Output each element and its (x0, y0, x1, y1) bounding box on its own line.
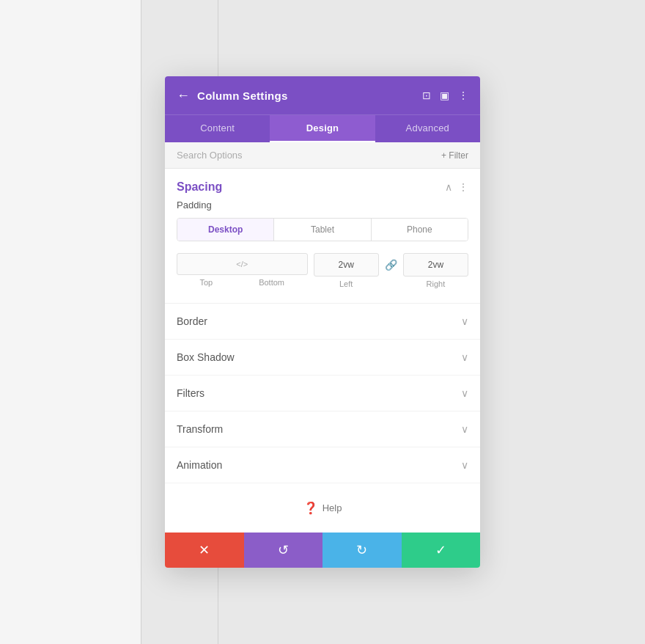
spacing-collapse-icon[interactable]: ∧ (445, 181, 452, 193)
bottom-buttons: ✕ ↺ ↻ ✓ (165, 533, 480, 568)
animation-chevron: ∨ (461, 459, 468, 471)
padding-label: Padding (165, 200, 480, 218)
spacing-section-header: Spacing ∧ ⋮ (165, 169, 480, 200)
tab-bar: Content Design Advanced (165, 114, 480, 142)
bottom-label: Bottom (259, 278, 284, 287)
animation-title: Animation (177, 459, 222, 471)
help-icon[interactable]: ❓ (303, 501, 318, 515)
tab-design[interactable]: Design (270, 115, 375, 142)
box-shadow-chevron: ∨ (461, 351, 468, 363)
top-label: Top (199, 278, 213, 287)
content-area: Spacing ∧ ⋮ Padding Desktop Tablet Phone (165, 169, 480, 533)
border-title: Border (177, 315, 207, 327)
filter-button[interactable]: + Filter (441, 150, 468, 161)
filters-title: Filters (177, 387, 204, 399)
cancel-button[interactable]: ✕ (165, 533, 244, 568)
link-icon[interactable]: 🔗 (385, 259, 397, 271)
save-button[interactable]: ✓ (402, 533, 481, 568)
right-input-group: 2vw Right (403, 253, 468, 288)
left-label: Left (339, 279, 353, 288)
spacing-title: Spacing (177, 180, 222, 194)
help-section: ❓ Help (165, 483, 480, 533)
modal-header: ← Column Settings ⊡ ▣ ⋮ (165, 76, 480, 114)
column-settings-modal: ← Column Settings ⊡ ▣ ⋮ Content Design A… (165, 76, 480, 568)
redo-button[interactable]: ↻ (322, 533, 402, 568)
transform-chevron: ∨ (461, 423, 468, 435)
spacing-controls: ∧ ⋮ (445, 181, 468, 193)
filters-section[interactable]: Filters ∨ (165, 376, 480, 411)
left-input[interactable]: 2vw (314, 253, 379, 277)
right-input[interactable]: 2vw (403, 253, 468, 277)
box-shadow-section[interactable]: Box Shadow ∨ (165, 340, 480, 376)
more-icon[interactable]: ⋮ (458, 89, 468, 101)
spacing-menu-icon[interactable]: ⋮ (458, 181, 468, 193)
left-panel (0, 0, 141, 644)
layout-icon[interactable]: ▣ (440, 89, 449, 101)
search-bar: Search Options + Filter (165, 142, 480, 169)
code-icon: </> (236, 260, 248, 268)
search-placeholder[interactable]: Search Options (177, 150, 243, 161)
tab-content[interactable]: Content (165, 115, 270, 142)
device-tab-tablet[interactable]: Tablet (274, 219, 371, 241)
border-chevron: ∨ (461, 315, 468, 327)
modal-title: Column Settings (197, 89, 288, 102)
left-input-group: 2vw Left (314, 253, 379, 288)
fullscreen-icon[interactable]: ⊡ (422, 89, 431, 101)
transform-title: Transform (177, 423, 223, 435)
page-background: ← Column Settings ⊡ ▣ ⋮ Content Design A… (0, 0, 645, 644)
right-label: Right (427, 279, 446, 288)
padding-inputs: </> Top Bottom 2vw Left 🔗 (177, 253, 468, 288)
header-left: ← Column Settings (177, 88, 288, 103)
transform-section[interactable]: Transform ∨ (165, 411, 480, 447)
border-section[interactable]: Border ∨ (165, 304, 480, 340)
device-tab-desktop[interactable]: Desktop (177, 219, 274, 241)
undo-button[interactable]: ↺ (244, 533, 323, 568)
animation-section[interactable]: Animation ∨ (165, 447, 480, 483)
tab-advanced[interactable]: Advanced (375, 115, 480, 142)
bg-line-left (141, 0, 141, 644)
help-text[interactable]: Help (322, 502, 342, 513)
top-bottom-input[interactable]: </> (177, 253, 308, 275)
filters-chevron: ∨ (461, 387, 468, 399)
box-shadow-title: Box Shadow (177, 351, 235, 363)
device-tabs: Desktop Tablet Phone (177, 218, 468, 241)
back-button[interactable]: ← (177, 88, 190, 103)
device-tab-phone[interactable]: Phone (372, 219, 468, 241)
header-icons: ⊡ ▣ ⋮ (422, 89, 468, 101)
